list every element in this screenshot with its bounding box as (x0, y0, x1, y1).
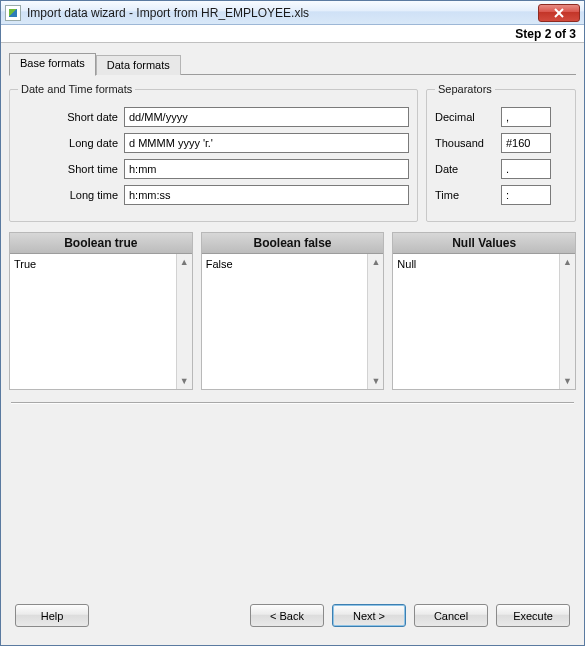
boolean-true-list[interactable]: Boolean true True ▲ ▼ (9, 232, 193, 390)
execute-button[interactable]: Execute (496, 604, 570, 627)
window-title: Import data wizard - Import from HR_EMPL… (27, 6, 538, 20)
row-short-time: Short time (18, 159, 409, 179)
back-button[interactable]: < Back (250, 604, 324, 627)
input-decimal[interactable] (501, 107, 551, 127)
close-button[interactable] (538, 4, 580, 22)
list-body: False ▲ ▼ (202, 254, 384, 389)
tab-label: Base formats (20, 57, 85, 69)
input-long-date[interactable] (124, 133, 409, 153)
list-header: Boolean false (202, 233, 384, 254)
input-short-time[interactable] (124, 159, 409, 179)
boolean-false-list[interactable]: Boolean false False ▲ ▼ (201, 232, 385, 390)
next-button[interactable]: Next > (332, 604, 406, 627)
step-label: Step 2 of 3 (515, 27, 576, 41)
list-content[interactable]: True (10, 254, 176, 389)
list-item[interactable]: True (14, 257, 172, 271)
step-indicator: Step 2 of 3 (1, 25, 584, 43)
label-date-sep: Date (435, 163, 495, 175)
group-legend: Date and Time formats (18, 83, 135, 95)
tab-strip: Base formats Data formats (9, 53, 576, 75)
group-legend: Separators (435, 83, 495, 95)
tab-data-formats[interactable]: Data formats (96, 55, 181, 75)
null-values-list[interactable]: Null Values Null ▲ ▼ (392, 232, 576, 390)
label-short-date: Short date (18, 111, 118, 123)
list-header: Boolean true (10, 233, 192, 254)
label-long-time: Long time (18, 189, 118, 201)
row-date-sep: Date (435, 159, 567, 179)
scroll-down-icon[interactable]: ▼ (561, 373, 575, 389)
scroll-down-icon[interactable]: ▼ (369, 373, 383, 389)
label-long-date: Long date (18, 137, 118, 149)
tab-base-formats[interactable]: Base formats (9, 53, 96, 76)
list-body: Null ▲ ▼ (393, 254, 575, 389)
scrollbar[interactable]: ▲ ▼ (176, 254, 192, 389)
label-time-sep: Time (435, 189, 495, 201)
row-time-sep: Time (435, 185, 567, 205)
input-date-sep[interactable] (501, 159, 551, 179)
scroll-up-icon[interactable]: ▲ (561, 254, 575, 270)
row-long-date: Long date (18, 133, 409, 153)
list-body: True ▲ ▼ (10, 254, 192, 389)
list-header: Null Values (393, 233, 575, 254)
close-icon (554, 8, 564, 18)
lists-row: Boolean true True ▲ ▼ Boolean false Fals… (9, 232, 576, 390)
label-short-time: Short time (18, 163, 118, 175)
list-content[interactable]: False (202, 254, 368, 389)
scroll-down-icon[interactable]: ▼ (177, 373, 191, 389)
input-thousand[interactable] (501, 133, 551, 153)
scrollbar[interactable]: ▲ ▼ (559, 254, 575, 389)
cancel-button[interactable]: Cancel (414, 604, 488, 627)
scroll-up-icon[interactable]: ▲ (369, 254, 383, 270)
wizard-window: Import data wizard - Import from HR_EMPL… (0, 0, 585, 646)
titlebar: Import data wizard - Import from HR_EMPL… (1, 1, 584, 25)
datetime-formats-group: Date and Time formats Short date Long da… (9, 83, 418, 222)
input-short-date[interactable] (124, 107, 409, 127)
client-area: Base formats Data formats Date and Time … (1, 43, 584, 645)
row-thousand: Thousand (435, 133, 567, 153)
top-groups: Date and Time formats Short date Long da… (9, 83, 576, 222)
input-time-sep[interactable] (501, 185, 551, 205)
row-short-date: Short date (18, 107, 409, 127)
label-decimal: Decimal (435, 111, 495, 123)
empty-area (9, 404, 576, 596)
list-item[interactable]: False (206, 257, 364, 271)
wizard-footer: Help < Back Next > Cancel Execute (9, 596, 576, 637)
help-button[interactable]: Help (15, 604, 89, 627)
scroll-up-icon[interactable]: ▲ (177, 254, 191, 270)
app-icon (5, 5, 21, 21)
row-long-time: Long time (18, 185, 409, 205)
input-long-time[interactable] (124, 185, 409, 205)
label-thousand: Thousand (435, 137, 495, 149)
list-item[interactable]: Null (397, 257, 555, 271)
tab-label: Data formats (107, 59, 170, 71)
row-decimal: Decimal (435, 107, 567, 127)
scrollbar[interactable]: ▲ ▼ (367, 254, 383, 389)
list-content[interactable]: Null (393, 254, 559, 389)
separators-group: Separators Decimal Thousand Date Time (426, 83, 576, 222)
